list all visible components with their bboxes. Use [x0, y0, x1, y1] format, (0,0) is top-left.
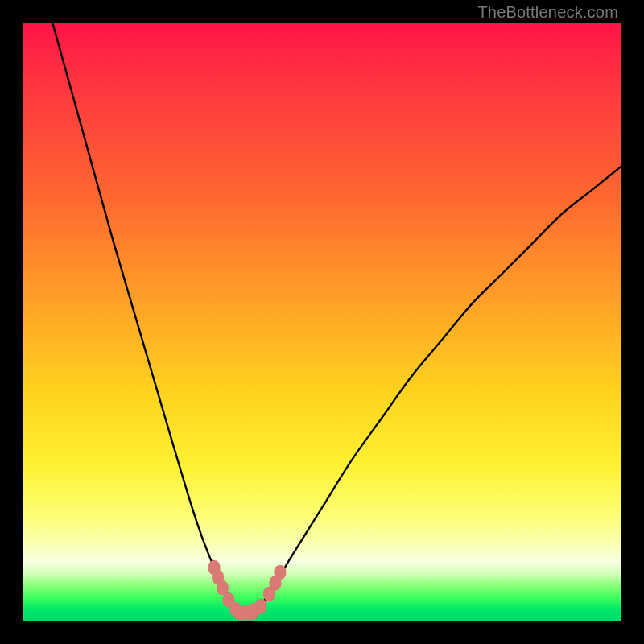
chart-frame: TheBottleneck.com	[0, 0, 644, 644]
watermark-text: TheBottleneck.com	[477, 3, 618, 22]
plot-area	[23, 23, 621, 621]
curve-marker	[274, 565, 286, 580]
curve-markers	[208, 560, 287, 621]
bottleneck-curve-svg	[23, 23, 621, 621]
curve-marker-flat	[233, 606, 258, 621]
bottleneck-curve	[52, 23, 621, 613]
